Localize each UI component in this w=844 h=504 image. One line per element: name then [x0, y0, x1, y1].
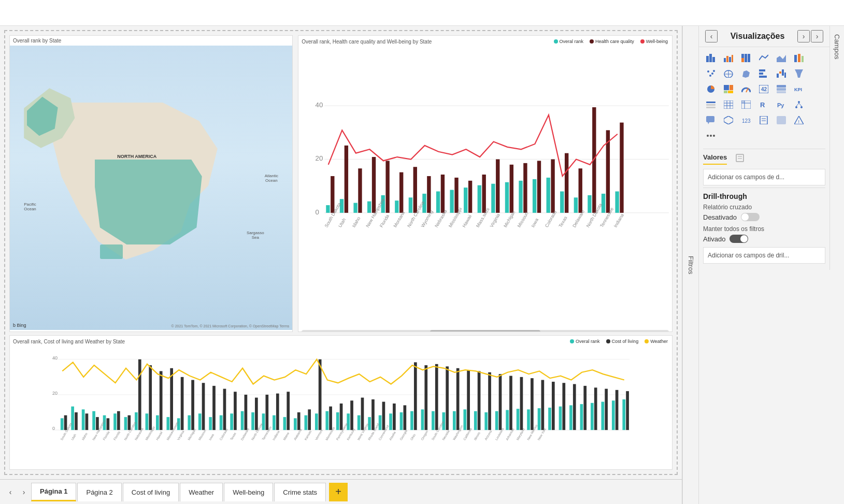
- map-background: NORTH AMERICA PacificOcean AtlanticOcean…: [10, 46, 292, 330]
- svg-rect-104: [198, 413, 202, 430]
- viz-icon-card[interactable]: 42: [756, 82, 771, 96]
- svg-text:Py: Py: [777, 102, 784, 108]
- viz-icon-filled-map[interactable]: [738, 67, 754, 80]
- viz-icon-treemap[interactable]: [721, 82, 736, 96]
- svg-rect-121: [287, 392, 290, 430]
- viz-icon-slicer[interactable]: [703, 98, 719, 111]
- svg-rect-93: [138, 359, 141, 430]
- svg-rect-117: [265, 395, 268, 430]
- drill-title: Drill-through: [703, 192, 825, 200]
- add-valores-btn[interactable]: Adicionar os campos de d...: [703, 169, 825, 185]
- svg-text:Texas: Texas: [229, 431, 236, 441]
- viz-icon-triangle-warn[interactable]: !: [791, 113, 807, 127]
- svg-rect-175: [573, 384, 576, 430]
- viz-icon-clustered-bar[interactable]: [721, 51, 736, 65]
- svg-rect-143: [404, 405, 407, 430]
- svg-rect-44: [588, 195, 591, 213]
- svg-text:Ohio: Ohio: [409, 433, 416, 441]
- viz-icon-more[interactable]: [703, 129, 719, 142]
- legend-bottom-cost: Cost of living: [606, 339, 639, 344]
- tab-pagina1[interactable]: Página 1: [31, 483, 76, 501]
- viz-icon-paginated[interactable]: [756, 113, 771, 127]
- tab-crimestats[interactable]: Crime stats: [274, 483, 326, 501]
- add-drill-btn[interactable]: Adicionar os campos de dril...: [703, 247, 825, 264]
- svg-text:Alaska: Alaska: [388, 430, 396, 441]
- tab-weather[interactable]: Weather: [180, 483, 223, 501]
- viz-icon-funnel[interactable]: [791, 67, 807, 80]
- map-panel[interactable]: Overall rank by State NORTH AMERICA Paci…: [9, 35, 293, 332]
- viz-icon-matrix[interactable]: [738, 98, 754, 111]
- toggle-desativado[interactable]: [741, 213, 760, 221]
- legend-wellbeing-label: Well-being: [646, 39, 668, 44]
- viz-icon-table[interactable]: [721, 98, 736, 111]
- chart-scrollbar-thumb[interactable]: [430, 330, 540, 332]
- viz-icon-bar-h[interactable]: [756, 67, 771, 80]
- svg-rect-98: [166, 417, 169, 430]
- svg-rect-184: [622, 399, 625, 430]
- svg-rect-111: [234, 392, 237, 430]
- legend-bottom-overall: Overal rank: [570, 339, 600, 344]
- tab-build-icon[interactable]: [735, 153, 745, 165]
- chart-scrollbar[interactable]: [302, 330, 669, 332]
- svg-text:KPI: KPI: [794, 87, 802, 92]
- add-tab-button[interactable]: +: [329, 483, 348, 501]
- viz-icon-decomposition[interactable]: [791, 98, 807, 111]
- svg-rect-15: [386, 161, 390, 212]
- tab-valores[interactable]: Valores: [703, 153, 727, 165]
- viz-icon-100-bar[interactable]: [738, 51, 754, 65]
- svg-rect-89: [117, 411, 120, 430]
- svg-rect-266: [724, 91, 727, 93]
- svg-text:0: 0: [316, 208, 319, 216]
- svg-rect-147: [424, 365, 427, 430]
- tab-wellbeing[interactable]: Well-being: [224, 483, 273, 501]
- svg-rect-40: [560, 192, 564, 213]
- viz-icon-r-visual[interactable]: R: [756, 98, 771, 111]
- viz-icon-qna[interactable]: [703, 113, 719, 127]
- viz-icon-kpi[interactable]: KPI: [791, 82, 807, 96]
- svg-text:Texas: Texas: [558, 215, 569, 228]
- svg-rect-19: [413, 167, 417, 213]
- campos-tab[interactable]: Campos: [829, 26, 844, 270]
- tab-pagina2[interactable]: Página 2: [77, 483, 121, 501]
- viz-icon-gauge[interactable]: [738, 82, 754, 96]
- svg-rect-144: [410, 411, 413, 430]
- viz-icon-custom1[interactable]: [774, 113, 789, 127]
- svg-rect-130: [336, 412, 339, 430]
- top-bar-chart[interactable]: Overall rank, Health care quality and We…: [298, 35, 673, 332]
- viz-icon-stacked-bar[interactable]: [703, 51, 719, 65]
- viz-icon-waterfall[interactable]: [774, 67, 789, 80]
- viz-icon-python[interactable]: Py: [774, 98, 789, 111]
- viz-icon-azure-map[interactable]: [721, 113, 736, 127]
- bottom-chart-panel[interactable]: Overall rank, Cost of living and Weather…: [9, 335, 673, 470]
- viz-icon-line-chart[interactable]: [756, 51, 771, 65]
- tab-prev-button[interactable]: ‹: [4, 483, 17, 501]
- svg-rect-80: [71, 407, 74, 430]
- svg-point-305: [710, 135, 712, 137]
- viz-nav-close[interactable]: ›: [811, 30, 823, 42]
- svg-rect-171: [552, 382, 555, 430]
- legend-overall-label: Overal rank: [560, 39, 584, 44]
- svg-rect-183: [616, 390, 619, 430]
- viz-icon-grid: 42 KPI: [703, 51, 825, 142]
- svg-rect-42: [574, 197, 578, 213]
- svg-rect-90: [124, 417, 127, 430]
- svg-rect-273: [777, 91, 786, 93]
- drill-section: Drill-through Relatório cruzado Desativa…: [703, 188, 825, 266]
- viz-icon-multirow-card[interactable]: [774, 82, 789, 96]
- tab-next-button[interactable]: ›: [18, 483, 30, 501]
- viz-nav-next[interactable]: ›: [797, 30, 810, 42]
- viz-icon-scatter[interactable]: [703, 67, 719, 80]
- viz-icon-map[interactable]: [721, 67, 736, 80]
- viz-icon-area-chart[interactable]: [774, 51, 789, 65]
- legend-bottom-cost-dot: [606, 339, 610, 343]
- viz-icon-numeric[interactable]: 123: [738, 113, 754, 127]
- viz-icon-ribbon-chart[interactable]: [791, 51, 807, 65]
- svg-rect-12: [367, 201, 371, 213]
- filtros-panel[interactable]: Filtros: [682, 26, 699, 504]
- bottom-chart-svg: 40 20 0: [13, 348, 669, 459]
- viz-nav-prev[interactable]: ‹: [705, 30, 718, 42]
- viz-icon-pie[interactable]: [703, 82, 719, 96]
- toggle-ativado[interactable]: [729, 235, 748, 243]
- svg-rect-156: [474, 411, 477, 430]
- tab-cost-of-living[interactable]: Cost of living: [123, 483, 179, 501]
